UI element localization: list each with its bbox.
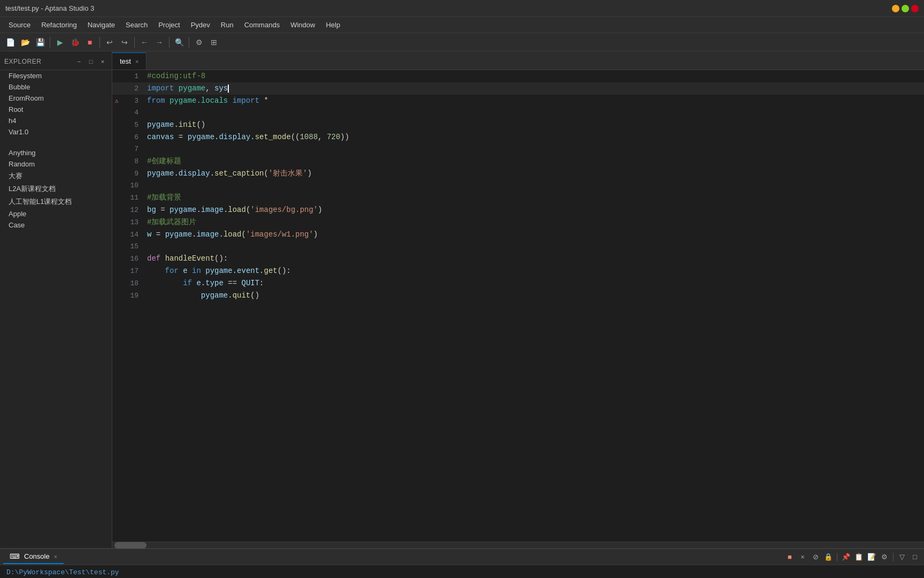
toolbar-search[interactable]: 🔍: [172, 35, 186, 49]
editor-area: test × 1 #coding:utf-8 2 import pygame, …: [112, 51, 924, 548]
code-line-7: 7: [112, 143, 924, 155]
line-content-14: w = pygame.image.load('images/w1.png'): [145, 229, 924, 240]
menu-commands[interactable]: Commands: [239, 19, 285, 31]
sidebar-item-l2a[interactable]: L2A新课程文档: [0, 182, 112, 195]
code-line-12: 12 bg = pygame.image.load('images/bg.png…: [112, 204, 924, 216]
console-settings-btn[interactable]: ⚙: [879, 551, 890, 563]
toolbar-undo[interactable]: ↩: [103, 35, 117, 49]
console-expand-btn[interactable]: □: [909, 551, 921, 563]
line-num-17: 17: [121, 265, 145, 277]
toolbar-stop[interactable]: ■: [83, 35, 97, 49]
main-layout: Explorer − □ × Filesystem Bubble EromRoo…: [0, 51, 924, 548]
line-num-13: 13: [121, 217, 145, 229]
toolbar-sep4: [169, 37, 170, 48]
menu-window[interactable]: Window: [285, 19, 320, 31]
console-sep2: [893, 553, 894, 561]
code-line-8: 8 #创建标题: [112, 155, 924, 168]
code-line-6: 6 canvas = pygame.display.set_mode((1088…: [112, 131, 924, 143]
console-copy-btn[interactable]: 📋: [853, 551, 865, 563]
sidebar-item-eromroom[interactable]: EromRoom: [0, 93, 112, 104]
toolbar-save[interactable]: 💾: [33, 35, 47, 49]
console-close-btn[interactable]: ×: [797, 551, 808, 563]
line-content-19: pygame.quit(): [145, 290, 924, 301]
console-tab-console[interactable]: ⌨ Console ×: [3, 550, 64, 564]
line-content-1: #coding:utf-8: [145, 70, 924, 82]
menu-help[interactable]: Help: [320, 19, 345, 31]
close-button[interactable]: [911, 5, 919, 12]
console-paste-btn[interactable]: 📝: [866, 551, 877, 563]
console-scroll-lock-btn[interactable]: 🔒: [822, 551, 834, 563]
line-content-13: #加载武器图片: [145, 216, 924, 228]
sidebar-item-var10[interactable]: Var1.0: [0, 126, 112, 138]
tab-test-label: test: [120, 57, 131, 65]
toolbar-run[interactable]: ▶: [53, 35, 67, 49]
line-content-6: canvas = pygame.display.set_mode((1088, …: [145, 131, 924, 143]
sidebar-expand-btn[interactable]: □: [86, 57, 96, 66]
console-tab-close[interactable]: ×: [54, 553, 57, 560]
console-tab-bar: ⌨ Console × ■ × ⊘ 🔒 📌 📋 📝 ⚙ ▽ □: [0, 549, 924, 565]
sidebar-item-random[interactable]: Random: [0, 158, 112, 170]
sidebar-item-empty: [0, 138, 112, 147]
code-line-1: 1 #coding:utf-8: [112, 70, 924, 82]
toolbar-extra1[interactable]: ⚙: [192, 35, 206, 49]
menu-search[interactable]: Search: [120, 19, 153, 31]
minimize-button[interactable]: [892, 5, 899, 12]
line-content-8: #创建标题: [145, 155, 924, 167]
menu-source[interactable]: Source: [3, 19, 36, 31]
sidebar-item-case[interactable]: Case: [0, 219, 112, 231]
menu-refactoring[interactable]: Refactoring: [36, 19, 82, 31]
toolbar: 📄 📂 💾 ▶ 🐞 ■ ↩ ↪ ← → 🔍 ⚙ ⊞: [0, 33, 924, 51]
menu-run[interactable]: Run: [215, 19, 239, 31]
console-stop-btn[interactable]: ■: [784, 551, 796, 563]
menu-project[interactable]: Project: [153, 19, 185, 31]
menu-pydev[interactable]: Pydev: [186, 19, 215, 31]
console-minimize-btn[interactable]: ▽: [896, 551, 908, 563]
console-clear-btn[interactable]: ⊘: [810, 551, 821, 563]
code-line-16: 16 def handleEvent():: [112, 253, 924, 265]
console-content[interactable]: D:\PyWorkspace\Test\test.py pygame 1.9.6…: [0, 565, 924, 578]
sidebar-item-filesystem[interactable]: Filesystem: [0, 70, 112, 81]
code-line-19: 19 pygame.quit(): [112, 290, 924, 302]
toolbar-prev[interactable]: ←: [137, 35, 151, 49]
tab-test-close[interactable]: ×: [135, 58, 138, 65]
line-content-2: import pygame, sys: [145, 82, 924, 94]
menu-navigate[interactable]: Navigate: [82, 19, 120, 31]
toolbar-sep1: [50, 37, 50, 48]
menu-bar: Source Refactoring Navigate Search Proje…: [0, 17, 924, 33]
toolbar-redo[interactable]: ↪: [118, 35, 132, 49]
line-num-4: 4: [121, 107, 145, 119]
sidebar-header: Explorer: [4, 58, 41, 65]
line-content-16: def handleEvent():: [145, 253, 924, 264]
sidebar-item-anything[interactable]: Anything: [0, 147, 112, 158]
toolbar-new[interactable]: 📄: [3, 35, 17, 49]
tab-test[interactable]: test ×: [112, 52, 147, 70]
maximize-button[interactable]: [902, 5, 909, 12]
console-pin-btn[interactable]: 📌: [840, 551, 852, 563]
sidebar-item-ai-l1[interactable]: 人工智能L1课程文档: [0, 195, 112, 208]
sidebar: Explorer − □ × Filesystem Bubble EromRoo…: [0, 51, 112, 548]
line-content-9: pygame.display.set_caption('射击水果'): [145, 168, 924, 179]
code-line-9: 9 pygame.display.set_caption('射击水果'): [112, 168, 924, 180]
line-num-16: 16: [121, 253, 145, 265]
code-editor[interactable]: 1 #coding:utf-8 2 import pygame, sys ⚠ 3…: [112, 70, 924, 542]
toolbar-debug[interactable]: 🐞: [68, 35, 82, 49]
toolbar-next[interactable]: →: [152, 35, 166, 49]
sidebar-item-dasai[interactable]: 大赛: [0, 170, 112, 182]
sidebar-menu-btn[interactable]: ×: [98, 57, 107, 66]
sidebar-item-bubble[interactable]: Bubble: [0, 81, 112, 93]
sidebar-item-apple[interactable]: Apple: [0, 208, 112, 219]
line-num-7: 7: [121, 143, 145, 155]
horizontal-scrollbar[interactable]: [112, 542, 924, 548]
sidebar-item-root[interactable]: Root: [0, 104, 112, 115]
toolbar-extra2[interactable]: ⊞: [207, 35, 221, 49]
sidebar-collapse-btn[interactable]: −: [74, 57, 84, 66]
toolbar-sep5: [189, 37, 189, 48]
sidebar-item-h4[interactable]: h4: [0, 115, 112, 126]
title-text: test/test.py - Aptana Studio 3: [5, 4, 94, 12]
toolbar-open[interactable]: 📂: [18, 35, 32, 49]
line-num-19: 19: [121, 290, 145, 302]
console-path: D:\PyWorkspace\Test\test.py: [6, 568, 918, 576]
code-line-3: ⚠ 3 from pygame.locals import *: [112, 95, 924, 107]
bottom-panel: ⌨ Console × ■ × ⊘ 🔒 📌 📋 📝 ⚙ ▽ □ D:\PyWor…: [0, 548, 924, 578]
line-num-18: 18: [121, 278, 145, 290]
